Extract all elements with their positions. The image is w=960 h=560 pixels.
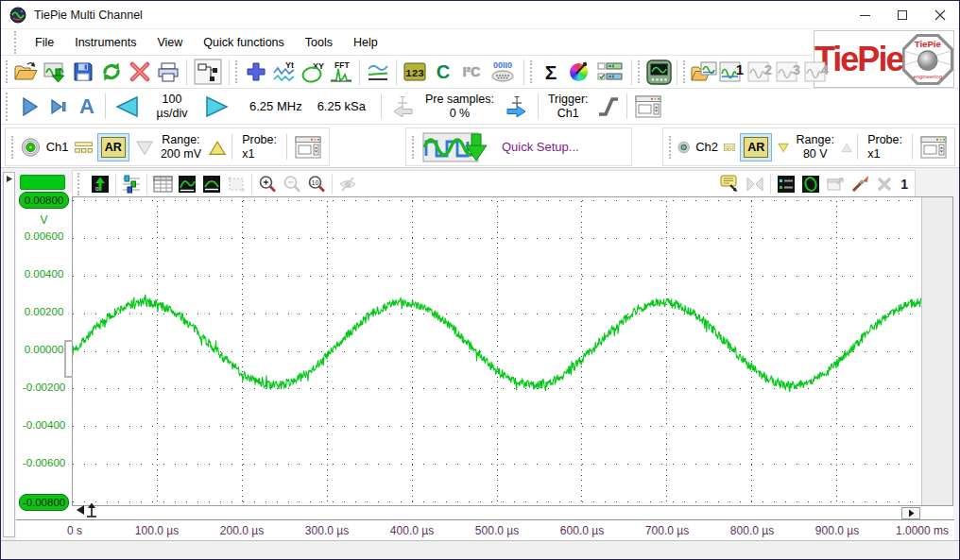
start-button[interactable]: [16, 92, 44, 121]
value-table-button[interactable]: [150, 172, 175, 196]
source-1-button[interactable]: 1: [718, 58, 746, 87]
toolbar-grip[interactable]: [77, 173, 83, 195]
channel2-coupling-icon[interactable]: [724, 139, 735, 156]
channel1-range-up-icon[interactable]: [207, 135, 228, 160]
save-measurement-button[interactable]: [41, 58, 69, 87]
digits-display-button[interactable]: 123: [401, 58, 429, 87]
i2c-button[interactable]: I²C: [457, 58, 486, 87]
autorange-axis-button[interactable]: 0: [88, 172, 112, 196]
source-2-button[interactable]: 2: [746, 58, 775, 87]
menu-tools[interactable]: Tools: [295, 32, 343, 53]
source-4-button[interactable]: 4: [803, 58, 831, 87]
toolbar-separator: [381, 93, 382, 119]
channel2-settings-button[interactable]: [917, 132, 951, 161]
menu-instruments[interactable]: Instruments: [64, 32, 146, 53]
meter-button[interactable]: [364, 58, 392, 87]
maximize-button[interactable]: [883, 1, 921, 29]
object-tree-button[interactable]: [191, 58, 225, 87]
toolbar-grip[interactable]: [530, 60, 532, 83]
toolbar-grip[interactable]: [11, 136, 16, 159]
instrument-icon: [646, 59, 672, 85]
presamples-right-button[interactable]: T: [500, 92, 534, 121]
scroll-right-button[interactable]: [901, 507, 920, 519]
toolbar-grip[interactable]: [14, 31, 20, 54]
toolbar-grip[interactable]: [638, 60, 640, 83]
channel2-bnc-icon[interactable]: [677, 134, 690, 161]
toolbar-grip[interactable]: [235, 60, 237, 83]
fft-graph-button[interactable]: FFT: [327, 58, 355, 87]
toolbar-grip[interactable]: [669, 136, 673, 159]
fit-height-button[interactable]: [175, 172, 199, 196]
add-source-button[interactable]: [242, 58, 270, 87]
delete-button[interactable]: [126, 58, 154, 87]
serial-button[interactable]: 00II0: [486, 58, 520, 87]
close-button[interactable]: [921, 1, 959, 29]
channel-toolbar: Ch1 AR Range: 200 mV Probe:: [1, 124, 960, 167]
graph-splitter[interactable]: [3, 172, 15, 537]
y-axis-min-handle[interactable]: -0.00800: [19, 494, 69, 511]
channel2-range-down-icon[interactable]: [777, 135, 790, 160]
toolbar-grip[interactable]: [6, 60, 8, 83]
source-4-icon: 4: [804, 60, 831, 83]
toolbar-grip[interactable]: [683, 60, 685, 83]
toolbar-grip[interactable]: [412, 136, 418, 159]
trigger-edge-button[interactable]: [594, 92, 623, 121]
remove-source-button[interactable]: [872, 172, 897, 196]
print-button[interactable]: [154, 58, 182, 87]
legend-button[interactable]: [774, 172, 798, 196]
sum-button[interactable]: Σ: [537, 58, 565, 87]
trigger-settings-button[interactable]: [631, 92, 665, 121]
autosetup-button[interactable]: A: [73, 92, 101, 121]
time-scrollbar[interactable]: [72, 506, 953, 519]
sample-frequency: 6.25 MHz: [242, 99, 310, 113]
selection-zoom-icon: [227, 175, 246, 194]
label-button[interactable]: [718, 172, 743, 196]
xy-graph-button[interactable]: XY: [299, 58, 327, 87]
presamples-left-button[interactable]: T: [386, 92, 420, 121]
timebase-down-button[interactable]: [110, 92, 144, 121]
channel1-autorange-button[interactable]: AR: [97, 133, 129, 161]
oneshot-button[interactable]: [44, 92, 73, 121]
display-options-button[interactable]: [593, 58, 627, 87]
x-axis-tick: 1.0000 ms: [884, 524, 960, 537]
save-button[interactable]: [69, 58, 97, 87]
channel1-coupling-icon[interactable]: [75, 139, 93, 156]
main-toolbar: Yt XY FFT: [1, 55, 813, 88]
start-icon: [21, 96, 40, 117]
yt-graph-button[interactable]: Yt: [270, 58, 299, 87]
channel1-axis-indicator[interactable]: [20, 175, 65, 190]
menu-view[interactable]: View: [146, 32, 193, 53]
channel2-autorange-button[interactable]: AR: [740, 133, 772, 161]
timebase-up-button[interactable]: [200, 92, 234, 121]
channel1-ground-marker[interactable]: [64, 340, 74, 378]
reference-button[interactable]: [798, 172, 823, 196]
menu-help[interactable]: Help: [343, 32, 388, 53]
can-button[interactable]: C: [429, 58, 457, 87]
instrument-button[interactable]: [644, 58, 673, 87]
fit-graph-button[interactable]: [199, 172, 224, 196]
source-3-button[interactable]: 3: [775, 58, 803, 87]
brush-button[interactable]: [848, 172, 872, 196]
open-waveform-button[interactable]: [690, 58, 718, 87]
channel1-bnc-icon[interactable]: [21, 134, 41, 161]
menu-quick-functions[interactable]: Quick functions: [193, 32, 294, 53]
channel2-name: Ch2: [695, 140, 718, 154]
refresh-button[interactable]: [97, 58, 126, 87]
quick-setup-group[interactable]: Quick Setup...: [405, 127, 632, 166]
plot-area[interactable]: [72, 196, 953, 506]
toolbar-grip[interactable]: [6, 93, 11, 121]
toolbar-separator: [231, 134, 232, 160]
minimize-button[interactable]: [846, 1, 883, 29]
zoom-in-button[interactable]: [255, 172, 280, 196]
axis-sliders-button[interactable]: [119, 172, 144, 196]
color-wheel-button[interactable]: [565, 58, 593, 87]
channel1-settings-button[interactable]: [291, 132, 325, 161]
reference-icon: [801, 175, 820, 194]
quick-setup-icon: [422, 130, 494, 164]
zoom-reset-button[interactable]: 10: [304, 172, 329, 196]
menu-file[interactable]: File: [25, 32, 64, 53]
y-axis-max-handle[interactable]: 0.00800: [19, 192, 69, 209]
trigger-position-marker[interactable]: [76, 502, 102, 518]
titlebar[interactable]: TiePie Multi Channel: [1, 1, 959, 29]
open-button[interactable]: [12, 58, 41, 87]
